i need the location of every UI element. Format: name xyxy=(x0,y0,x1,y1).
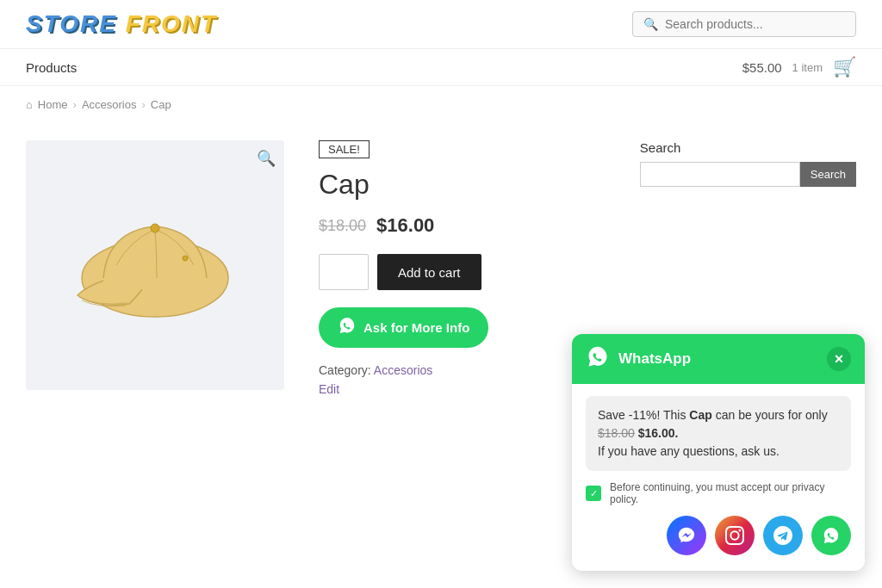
header-search-input[interactable] xyxy=(665,17,845,31)
product-title: Cap xyxy=(319,169,606,201)
whatsapp-popup-title: WhatsApp xyxy=(586,344,691,374)
category-label: Category: xyxy=(319,363,371,377)
category-line: Category: Accesorios xyxy=(319,363,606,377)
breadcrumb-sep-1: › xyxy=(73,98,77,111)
home-icon: ⌂ xyxy=(26,98,33,111)
cart-count: 1 item xyxy=(792,61,823,74)
new-price: $16.00 xyxy=(376,214,434,237)
edit-link[interactable]: Edit xyxy=(319,382,339,396)
product-image-section: 🔍 xyxy=(26,140,284,396)
quantity-value[interactable]: 1 xyxy=(320,265,369,280)
breadcrumb-sep-2: › xyxy=(141,98,145,111)
svg-point-1 xyxy=(151,224,159,232)
cart-icon[interactable]: 🛒 xyxy=(833,56,856,78)
sidebar-search-label: Search xyxy=(640,140,856,155)
product-image-container: 🔍 xyxy=(26,140,284,390)
whatsapp-msg-part1: Save -11%! This xyxy=(598,408,689,413)
whatsapp-msg-part2: can be yours for only xyxy=(712,408,828,413)
whatsapp-logo-icon xyxy=(586,344,610,374)
zoom-icon[interactable]: 🔍 xyxy=(257,149,276,168)
breadcrumb-home-link[interactable]: Home xyxy=(38,98,68,111)
product-details: SALE! Cap $18.00 $16.00 1 ▲ ▼ Add to car… xyxy=(319,140,606,396)
breadcrumb-current: Cap xyxy=(151,98,171,111)
price-section: $18.00 $16.00 xyxy=(319,214,606,237)
whatsapp-popup-title-text: WhatsApp xyxy=(618,350,691,368)
sidebar-search: Search xyxy=(640,162,856,187)
cart-total: $55.00 xyxy=(742,60,782,75)
header-search-icon: 🔍 xyxy=(643,17,658,31)
whatsapp-popup-body: Save -11%! This Cap can be yours for onl… xyxy=(572,384,865,413)
logo-front-text: FRONT xyxy=(126,10,217,37)
whatsapp-close-button[interactable]: × xyxy=(827,347,851,371)
old-price: $18.00 xyxy=(319,217,366,235)
site-header: STORE FRONT 🔍 xyxy=(0,0,882,49)
logo-store-text: STORE xyxy=(26,10,117,37)
whatsapp-popup: WhatsApp × Save -11%! This Cap can be yo… xyxy=(572,334,865,413)
add-to-cart-button[interactable]: Add to cart xyxy=(377,254,481,290)
product-image xyxy=(60,188,250,343)
navbar: Products $55.00 1 item 🛒 xyxy=(0,49,882,86)
whatsapp-popup-header: WhatsApp × xyxy=(572,334,865,384)
ask-more-whatsapp-icon xyxy=(338,316,357,339)
header-search-bar[interactable]: 🔍 xyxy=(632,11,856,37)
category-value-link[interactable]: Accesorios xyxy=(374,363,432,377)
nav-products-link[interactable]: Products xyxy=(26,60,77,75)
whatsapp-message: Save -11%! This Cap can be yours for onl… xyxy=(586,396,851,413)
site-logo: STORE FRONT xyxy=(26,10,217,38)
svg-point-2 xyxy=(183,256,188,261)
sidebar-search-input[interactable] xyxy=(640,162,800,187)
ask-more-button[interactable]: Ask for More Info xyxy=(319,307,488,348)
sale-badge: SALE! xyxy=(319,140,370,158)
sidebar-search-button[interactable]: Search xyxy=(800,162,856,187)
ask-more-label: Ask for More Info xyxy=(363,320,469,335)
whatsapp-msg-bold: Cap xyxy=(689,408,711,413)
breadcrumb: ⌂ Home › Accesorios › Cap xyxy=(0,86,882,123)
breadcrumb-category-link[interactable]: Accesorios xyxy=(82,98,137,111)
cart-area: $55.00 1 item 🛒 xyxy=(742,56,856,78)
quantity-input[interactable]: 1 ▲ ▼ xyxy=(319,254,369,290)
quantity-add-section: 1 ▲ ▼ Add to cart xyxy=(319,254,606,290)
